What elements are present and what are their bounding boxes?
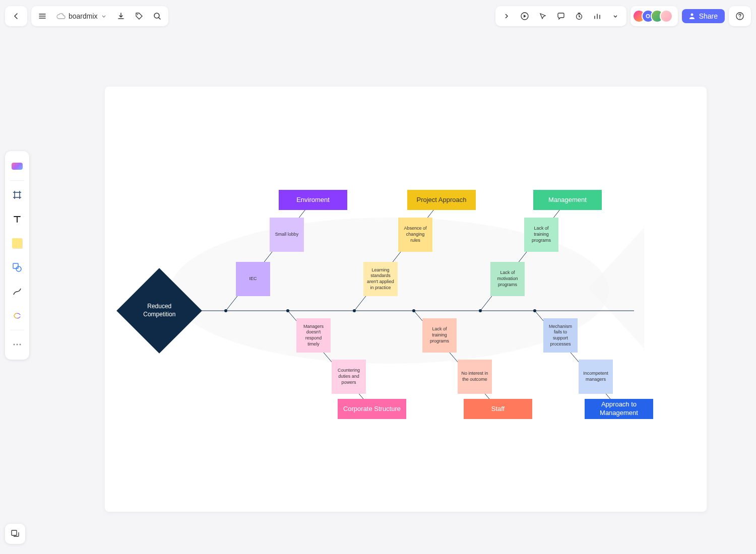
back-button[interactable] <box>7 7 25 25</box>
svg-point-10 <box>17 344 18 345</box>
svg-point-6 <box>739 18 740 19</box>
category-corporate-structure[interactable]: Corporate Structure <box>338 399 406 419</box>
category-label: Project Approach <box>416 196 466 204</box>
chevron-down-icon <box>612 13 618 19</box>
shapes-icon <box>12 262 23 273</box>
cause-node[interactable]: Lack of training programs <box>524 218 558 252</box>
cause-label: Lack of motivation programs <box>493 270 522 288</box>
cause-label: Lack of training programs <box>527 226 555 243</box>
shape-tool[interactable] <box>8 258 26 276</box>
timer-button[interactable] <box>570 7 588 25</box>
hamburger-icon <box>38 12 46 20</box>
category-label: Approach to Management <box>588 400 650 418</box>
dots-icon <box>13 343 21 345</box>
category-staff[interactable]: Staff <box>464 399 532 419</box>
connector-tool[interactable] <box>8 283 26 301</box>
cause-node[interactable]: Absence of changing rules <box>398 218 432 252</box>
logo-tool[interactable] <box>8 157 26 175</box>
svg-point-4 <box>690 14 693 16</box>
cause-label: Countering duties and powers <box>335 368 363 385</box>
category-label: Staff <box>491 405 505 413</box>
logo-icon <box>12 163 23 170</box>
svg-rect-7 <box>13 263 18 268</box>
board-name-label: boardmix <box>69 12 98 20</box>
cause-label: Learning standards aren't applied in pra… <box>366 267 395 291</box>
category-management[interactable]: Management <box>533 190 602 210</box>
present-button[interactable] <box>516 7 534 25</box>
cause-node[interactable]: Countering duties and powers <box>332 360 366 394</box>
share-button[interactable]: Share <box>682 9 725 23</box>
help-button[interactable] <box>731 7 749 25</box>
more-tools-button[interactable] <box>606 7 624 25</box>
chat-icon <box>557 12 565 20</box>
frame-icon <box>12 190 22 200</box>
chevron-right-icon <box>503 13 510 20</box>
svg-point-0 <box>137 14 138 15</box>
cause-node[interactable]: IEC <box>236 262 270 296</box>
cause-node[interactable]: Lack of training programs <box>422 318 457 353</box>
mindmap-icon <box>13 312 21 319</box>
cause-node[interactable]: Lack of motivation programs <box>490 262 525 296</box>
category-label: Corporate Structure <box>343 405 401 413</box>
pointer-button[interactable] <box>534 7 552 25</box>
category-label: Enviroment <box>296 196 330 204</box>
category-project-approach[interactable]: Project Approach <box>407 190 476 210</box>
comment-button[interactable] <box>552 7 570 25</box>
search-button[interactable] <box>148 7 166 25</box>
cause-label: IEC <box>249 276 257 282</box>
frame-tool[interactable] <box>8 186 26 204</box>
svg-point-9 <box>14 344 15 345</box>
cause-node[interactable]: No interest in the outcome <box>458 360 492 394</box>
top-toolbar: boardmix <box>5 5 751 27</box>
cause-node[interactable]: Learning standards aren't applied in pra… <box>363 262 398 296</box>
text-tool[interactable] <box>8 210 26 228</box>
category-label: Management <box>548 196 587 204</box>
more-tools[interactable] <box>8 335 26 354</box>
minimap-button[interactable] <box>5 524 25 544</box>
cause-node[interactable]: Small lobby <box>270 218 304 252</box>
svg-rect-12 <box>12 530 17 535</box>
category-approach-mgmt[interactable]: Approach to Management <box>585 399 653 419</box>
cause-label: Incompetent managers <box>582 371 610 382</box>
divider <box>10 330 24 330</box>
cause-label: Absence of changing rules <box>401 226 429 243</box>
expand-button[interactable] <box>497 7 516 25</box>
share-label: Share <box>699 12 718 20</box>
menu-button[interactable] <box>33 7 51 25</box>
cause-node[interactable]: Mechanism fails to support processes <box>543 318 578 353</box>
user-plus-icon <box>689 13 696 20</box>
category-environment[interactable]: Enviroment <box>279 190 347 210</box>
canvas[interactable]: Reduced Competition Enviroment Small lob… <box>105 87 707 512</box>
play-circle-icon <box>520 12 529 21</box>
timer-icon <box>575 12 583 20</box>
svg-point-8 <box>16 266 21 271</box>
tag-icon <box>135 12 143 20</box>
board-name[interactable]: boardmix <box>51 12 112 20</box>
fish-tail-shape <box>589 228 644 349</box>
layers-icon <box>10 529 20 539</box>
cursor-icon <box>539 12 547 20</box>
bar-chart-icon <box>593 12 601 20</box>
help-icon <box>735 12 744 21</box>
mindmap-tool[interactable] <box>8 307 26 325</box>
divider <box>10 180 24 181</box>
cause-node[interactable]: Managers doesn't respond timely <box>296 318 331 353</box>
text-icon <box>12 214 22 224</box>
sticky-note-tool[interactable] <box>8 234 26 252</box>
cloud-icon <box>56 13 66 20</box>
left-toolbar <box>5 151 29 360</box>
head-label: Reduced Competition <box>132 303 186 318</box>
collaborator-avatars[interactable]: O <box>633 10 673 23</box>
sticky-note-icon <box>12 238 22 248</box>
search-icon <box>153 12 161 20</box>
download-button[interactable] <box>112 7 130 25</box>
cause-node[interactable]: Incompetent managers <box>579 360 613 394</box>
cause-label: No interest in the outcome <box>461 371 489 382</box>
cause-label: Mechanism fails to support processes <box>546 324 575 348</box>
curve-icon <box>12 287 22 297</box>
tag-button[interactable] <box>130 7 148 25</box>
poll-button[interactable] <box>588 7 606 25</box>
avatar <box>660 10 673 23</box>
svg-point-11 <box>20 344 21 345</box>
cause-label: Small lobby <box>275 232 299 238</box>
